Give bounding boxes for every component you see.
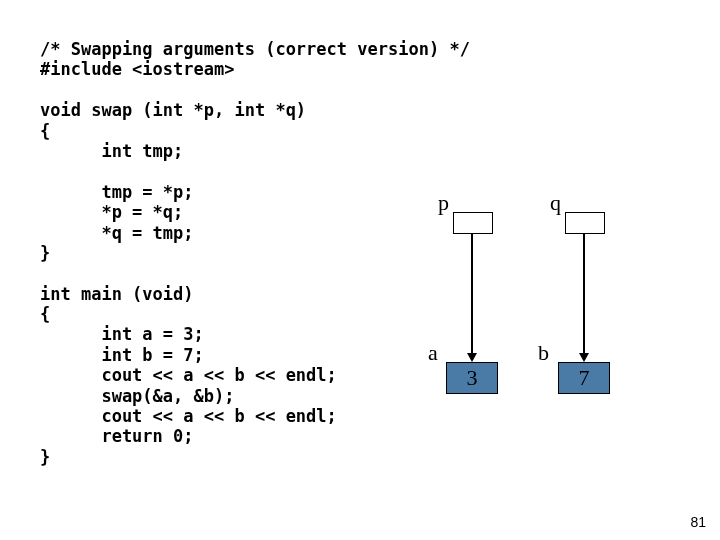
pointer-label-q: q [550, 190, 561, 216]
pointer-label-p: p [438, 190, 449, 216]
var-label-b: b [538, 340, 549, 366]
pointer-box-p [453, 212, 493, 234]
code-listing: /* Swapping arguments (correct version) … [40, 39, 470, 467]
arrow-q-to-b [583, 234, 585, 360]
var-box-b: 7 [558, 362, 610, 394]
arrow-p-to-a [471, 234, 473, 360]
var-label-a: a [428, 340, 438, 366]
var-box-a: 3 [446, 362, 498, 394]
page-number: 81 [690, 514, 706, 530]
pointer-box-q [565, 212, 605, 234]
